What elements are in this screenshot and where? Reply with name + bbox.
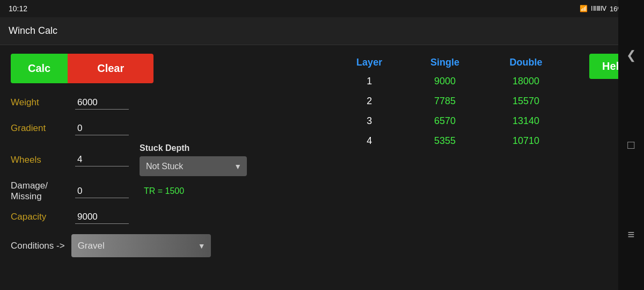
- status-time: 10:12: [9, 4, 27, 13]
- table-row: 1 9000 18000: [333, 71, 568, 91]
- stuck-select-wrapper: Not Stuck Slightly Stuck Stuck Very Stuc…: [140, 156, 247, 176]
- stuck-depth-section: Stuck Depth Not Stuck Slightly Stuck Stu…: [140, 143, 247, 176]
- cell-double-1: 18000: [484, 71, 568, 91]
- cell-double-4: 10710: [484, 131, 568, 151]
- cell-single-3: 6570: [406, 111, 484, 131]
- cell-layer-2: 2: [333, 91, 406, 111]
- cell-single-1: 9000: [406, 71, 484, 91]
- table-row: 4 5355 10710: [333, 131, 568, 151]
- weight-row: Weight: [11, 92, 311, 113]
- cell-single-2: 7785: [406, 91, 484, 111]
- app-title: Winch Calc: [9, 25, 57, 37]
- wheels-row: Wheels Stuck Depth Not Stuck Slightly St…: [11, 143, 311, 176]
- conditions-select[interactable]: Gravel Dirt Mud Sand Asphalt: [71, 234, 211, 257]
- main-content: Calc Clear Weight Gradient Wheels Stuck …: [0, 45, 644, 290]
- results-table: Layer Single Double 1 9000 18000 2 7785 …: [333, 54, 568, 151]
- capacity-label: Capacity: [11, 212, 75, 222]
- capacity-row: Capacity: [11, 206, 311, 228]
- back-icon[interactable]: ❮: [626, 48, 636, 62]
- capacity-input[interactable]: [75, 211, 129, 224]
- buttons-row: Calc Clear: [11, 54, 311, 83]
- home-icon[interactable]: □: [627, 138, 634, 152]
- gradient-label: Gradient: [11, 123, 75, 134]
- conditions-label: Conditions ->: [11, 241, 65, 251]
- gradient-input[interactable]: [75, 122, 129, 135]
- damage-input[interactable]: [75, 185, 129, 198]
- nav-bar: ❮ □ ≡: [618, 0, 644, 290]
- tr-result: TR = 1500: [144, 186, 184, 196]
- conditions-select-wrapper: Gravel Dirt Mud Sand Asphalt ▼: [71, 234, 211, 257]
- cell-layer-1: 1: [333, 71, 406, 91]
- right-panel: Layer Single Double 1 9000 18000 2 7785 …: [322, 54, 633, 281]
- col-header-layer: Layer: [333, 54, 406, 71]
- col-header-single: Single: [406, 54, 484, 71]
- clear-button[interactable]: Clear: [68, 54, 153, 83]
- wifi-icon: 📶: [580, 5, 588, 12]
- cell-single-4: 5355: [406, 131, 484, 151]
- cell-double-3: 13140: [484, 111, 568, 131]
- stuck-depth-select[interactable]: Not Stuck Slightly Stuck Stuck Very Stuc…: [140, 156, 247, 176]
- gradient-row: Gradient: [11, 118, 311, 139]
- table-row: 2 7785 15570: [333, 91, 568, 111]
- wheels-label: Wheels: [11, 155, 75, 165]
- weight-label: Weight: [11, 97, 75, 108]
- menu-icon[interactable]: ≡: [628, 228, 635, 242]
- signal-icon: ⅠⅡⅢⅣ: [591, 5, 606, 12]
- table-row: 3 6570 13140: [333, 111, 568, 131]
- left-panel: Calc Clear Weight Gradient Wheels Stuck …: [11, 54, 311, 281]
- damage-label: Damage/Missing: [11, 180, 75, 202]
- stuck-depth-label: Stuck Depth: [140, 143, 247, 153]
- col-header-double: Double: [484, 54, 568, 71]
- cell-layer-4: 4: [333, 131, 406, 151]
- app-bar: Winch Calc: [0, 17, 644, 45]
- conditions-row: Conditions -> Gravel Dirt Mud Sand Aspha…: [11, 234, 311, 257]
- cell-double-2: 15570: [484, 91, 568, 111]
- cell-layer-3: 3: [333, 111, 406, 131]
- calc-button[interactable]: Calc: [11, 54, 68, 83]
- status-bar: 10:12 📶 ⅠⅡⅢⅣ 16% 🔋: [0, 0, 644, 17]
- weight-input[interactable]: [75, 96, 129, 110]
- wheels-input[interactable]: [75, 153, 129, 166]
- damage-row: Damage/Missing TR = 1500: [11, 180, 311, 202]
- table-top: Layer Single Double 1 9000 18000 2 7785 …: [333, 54, 633, 151]
